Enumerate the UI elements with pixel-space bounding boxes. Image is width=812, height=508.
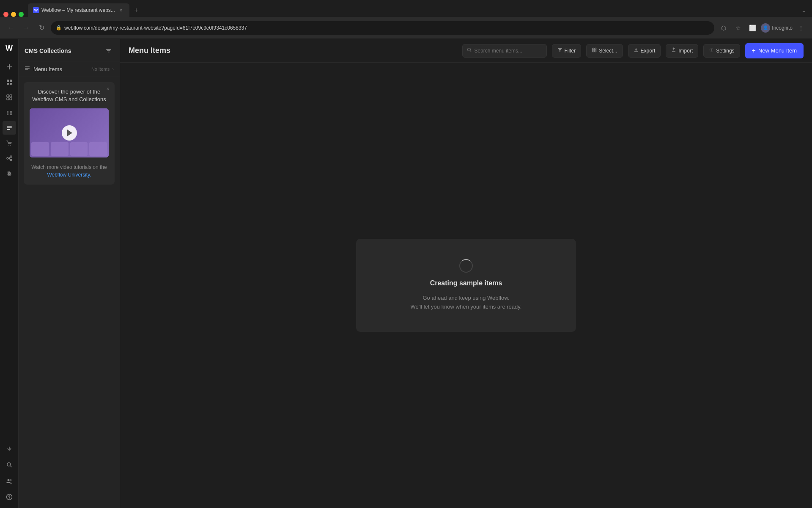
forward-button[interactable]: → [20, 22, 32, 34]
promo-close-button[interactable]: × [104, 86, 111, 92]
promo-thumbnail[interactable] [30, 108, 109, 157]
cms-sidebar-header: CMS Collections [19, 39, 120, 61]
rail-publish-icon[interactable] [3, 442, 16, 456]
settings-label: Settings [716, 48, 734, 54]
collection-name: Menu Items [33, 66, 91, 72]
import-label: Import [678, 48, 693, 54]
traffic-light-yellow[interactable] [11, 12, 16, 17]
profile-avatar: 👤 [761, 23, 770, 33]
filter-label: Filter [565, 48, 576, 54]
browser-tab[interactable]: W Webflow – My restaurant webs... × [28, 3, 129, 17]
cms-sidebar: CMS Collections Menu Items No items › × … [19, 39, 120, 508]
svg-rect-3 [10, 80, 12, 82]
refresh-button[interactable]: ↻ [36, 22, 47, 34]
browser-profile[interactable]: 👤 Incognito [761, 23, 793, 33]
main-header: Menu Items Filter Select. [120, 39, 812, 63]
app-container: W [0, 39, 812, 508]
loading-title: Creating sample items [430, 279, 502, 287]
collection-chevron-icon: › [112, 66, 114, 72]
svg-rect-8 [7, 98, 9, 100]
svg-point-13 [8, 145, 9, 146]
svg-point-29 [467, 48, 470, 51]
select-label: Select... [599, 48, 617, 54]
select-button[interactable]: Select... [586, 44, 623, 58]
rail-components-icon[interactable] [3, 91, 16, 104]
svg-point-34 [711, 50, 712, 51]
settings-button[interactable]: Settings [703, 44, 740, 58]
rail-cms-icon[interactable] [3, 121, 16, 135]
export-label: Export [641, 48, 656, 54]
tab-close-button[interactable]: × [118, 7, 124, 14]
svg-rect-27 [25, 68, 30, 69]
cms-sort-button[interactable] [104, 46, 114, 56]
rail-settings-icon[interactable] [3, 167, 16, 180]
browser-toolbar-actions: ⬡ ☆ ⬜ 👤 Incognito ⋮ [718, 22, 807, 34]
tab-menu-button[interactable]: ⌄ [798, 5, 809, 15]
svg-rect-9 [10, 98, 12, 100]
rail-assets-icon[interactable] [3, 106, 16, 119]
collection-item-menu-items[interactable]: Menu Items No items › [19, 61, 120, 77]
back-button[interactable]: ← [5, 22, 17, 34]
promo-footer-text: Watch more video tutorials on the [31, 164, 107, 170]
rail-help-icon[interactable] [3, 490, 16, 504]
export-button[interactable]: Export [628, 44, 661, 58]
webflow-logo[interactable]: W [3, 42, 15, 54]
new-tab-button[interactable]: + [130, 4, 142, 16]
promo-card: × Discover the power of the Webflow CMS … [24, 82, 115, 185]
plus-icon: + [752, 47, 756, 55]
traffic-light-green[interactable] [19, 12, 24, 17]
svg-rect-25 [108, 52, 110, 52]
rail-logic-icon[interactable] [3, 152, 16, 165]
cms-sidebar-actions [104, 46, 114, 56]
loading-card: Creating sample items Go ahead and keep … [356, 239, 576, 332]
promo-title: Discover the power of the Webflow CMS an… [30, 88, 109, 103]
loading-spinner [459, 259, 473, 273]
rail-add-icon[interactable] [3, 60, 16, 74]
svg-point-16 [10, 156, 12, 157]
svg-rect-30 [593, 48, 594, 50]
svg-rect-31 [595, 48, 596, 50]
browser-toolbar: ← → ↻ 🔒 webflow.com/design/my-restaurant… [0, 17, 812, 39]
svg-point-18 [7, 463, 11, 466]
select-icon [592, 47, 597, 54]
tab-title: Webflow – My restaurant webs... [41, 7, 115, 13]
svg-point-20 [9, 479, 11, 481]
svg-rect-1 [7, 66, 12, 67]
bookmark-icon[interactable]: ☆ [732, 22, 744, 34]
traffic-lights [3, 12, 24, 17]
search-icon [467, 47, 472, 54]
svg-rect-6 [7, 95, 9, 97]
svg-rect-24 [107, 50, 110, 51]
filter-button[interactable]: Filter [552, 44, 582, 58]
address-bar[interactable]: 🔒 webflow.com/design/my-restaurant-websi… [51, 21, 714, 35]
promo-footer: Watch more video tutorials on the Webflo… [30, 163, 109, 179]
import-button[interactable]: Import [666, 44, 698, 58]
rail-search-icon[interactable] [3, 458, 16, 472]
svg-rect-5 [10, 83, 12, 85]
svg-point-19 [7, 479, 9, 481]
filter-icon [557, 47, 562, 54]
play-button[interactable] [62, 125, 77, 141]
traffic-light-red[interactable] [3, 12, 8, 17]
svg-point-17 [10, 159, 12, 161]
search-input[interactable] [475, 48, 542, 54]
browser-tab-bar: W Webflow – My restaurant webs... × + ⌄ [0, 0, 812, 17]
rail-pages-icon[interactable] [3, 75, 16, 89]
tab-favicon: W [33, 7, 39, 13]
main-body: Creating sample items Go ahead and keep … [120, 63, 812, 508]
more-options-icon[interactable]: ⋮ [795, 22, 807, 34]
browser-chrome: W Webflow – My restaurant webs... × + ⌄ … [0, 0, 812, 39]
svg-rect-10 [7, 126, 12, 127]
collection-icon [25, 66, 30, 72]
rail-collaborate-icon[interactable] [3, 474, 16, 488]
export-icon [634, 47, 639, 54]
cms-sidebar-title: CMS Collections [25, 47, 71, 54]
new-menu-item-button[interactable]: + New Menu Item [745, 43, 804, 58]
extension-icon[interactable]: ⬜ [746, 22, 758, 34]
rail-ecommerce-icon[interactable] [3, 136, 16, 150]
cast-icon[interactable]: ⬡ [718, 22, 730, 34]
search-box[interactable] [462, 44, 547, 58]
svg-rect-32 [593, 50, 594, 52]
svg-rect-23 [106, 49, 111, 50]
promo-link[interactable]: Webflow University. [47, 172, 91, 178]
